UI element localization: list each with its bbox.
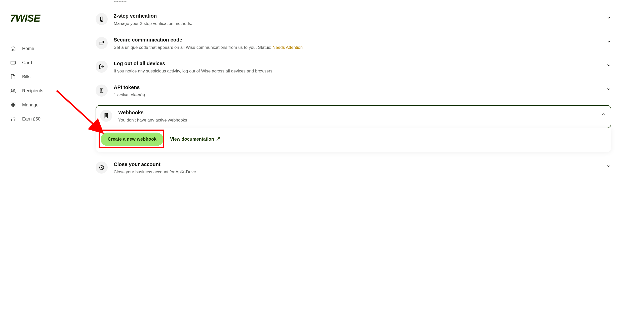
manage-icon <box>10 102 16 108</box>
svg-rect-4 <box>14 103 15 104</box>
svg-line-19 <box>217 137 219 139</box>
link-label: View documentation <box>170 137 214 142</box>
gift-icon <box>10 116 16 122</box>
sidebar-item-earn[interactable]: Earn £50 <box>10 112 86 126</box>
chevron-up-icon <box>601 112 606 117</box>
shield-mail-icon <box>96 37 108 49</box>
chevron-down-icon <box>606 164 611 169</box>
nav-list: Home Card Bills Recipients <box>10 42 86 126</box>
section-title: Secure communication code <box>114 37 600 43</box>
sidebar-item-card[interactable]: Card <box>10 56 86 70</box>
section-title: Webhooks <box>118 110 595 115</box>
section-two-step-verification[interactable]: 2-step verification Manage your 2-step v… <box>96 8 611 32</box>
svg-rect-6 <box>14 105 15 107</box>
section-webhooks[interactable]: Webhooks You don't have any active webho… <box>96 105 611 128</box>
sidebar-item-home[interactable]: Home <box>10 42 86 56</box>
truncated-row: ******** <box>96 0 611 8</box>
section-secure-communication-code[interactable]: Secure communication code Set a unique c… <box>96 32 611 56</box>
section-title: Close your account <box>114 162 600 167</box>
svg-rect-5 <box>11 105 13 107</box>
sidebar-item-label: Recipients <box>22 88 43 94</box>
section-api-tokens[interactable]: API tokens 1 active token(s) <box>96 79 611 103</box>
chevron-down-icon <box>606 39 611 44</box>
section-subtitle: Close your business account for ApiX-Dri… <box>114 169 600 175</box>
section-subtitle: If you notice any suspicious activity, l… <box>114 68 600 74</box>
svg-rect-11 <box>100 42 103 45</box>
card-icon <box>10 60 16 66</box>
create-webhook-button[interactable]: Create a new webhook <box>101 133 164 146</box>
chevron-down-icon <box>606 87 611 92</box>
svg-rect-9 <box>100 17 103 21</box>
bills-icon <box>10 74 16 80</box>
sidebar-item-label: Bills <box>22 74 30 79</box>
sidebar-item-manage[interactable]: Manage <box>10 98 86 112</box>
section-title: API tokens <box>114 85 600 90</box>
sidebar-item-label: Earn £50 <box>22 116 41 122</box>
section-title: 2-step verification <box>114 13 600 19</box>
sidebar-item-label: Card <box>22 60 32 65</box>
view-documentation-link[interactable]: View documentation <box>170 137 220 142</box>
chevron-down-icon <box>606 15 611 20</box>
section-title: Log out of all devices <box>114 61 600 66</box>
phone-icon <box>96 13 108 25</box>
section-subtitle: Set a unique code that appears on all Wi… <box>114 44 600 51</box>
home-icon <box>10 46 16 52</box>
logout-icon <box>96 61 108 73</box>
section-subtitle: Manage your 2-step verification methods. <box>114 20 600 27</box>
sidebar-item-recipients[interactable]: Recipients <box>10 84 86 98</box>
sidebar-item-label: Manage <box>22 102 38 108</box>
external-link-icon <box>216 137 220 141</box>
webhook-icon <box>100 110 112 122</box>
chevron-down-icon <box>606 63 611 68</box>
wise-logo: 7WISE <box>10 13 86 24</box>
svg-rect-3 <box>11 103 13 104</box>
section-subtitle: You don't have any active webhooks <box>118 117 595 124</box>
section-close-account[interactable]: Close your account Close your business a… <box>96 156 611 180</box>
svg-point-2 <box>14 90 15 91</box>
sidebar: 7WISE Home Card Bills <box>0 0 96 180</box>
sidebar-item-label: Home <box>22 46 34 51</box>
recipients-icon <box>10 88 16 94</box>
section-log-out-all-devices[interactable]: Log out of all devices If you notice any… <box>96 56 611 79</box>
svg-point-1 <box>12 89 13 91</box>
sidebar-item-bills[interactable]: Bills <box>10 70 86 84</box>
webhook-actions: Create a new webhook View documentation <box>96 128 611 152</box>
section-subtitle: 1 active token(s) <box>114 92 600 98</box>
close-circle-icon <box>96 162 108 174</box>
main-content: ******** 2-step verification Manage your… <box>96 0 644 180</box>
status-needs-attention: Needs Attention <box>272 45 303 50</box>
receipt-icon <box>96 85 108 97</box>
masked-value: ******** <box>114 0 127 4</box>
